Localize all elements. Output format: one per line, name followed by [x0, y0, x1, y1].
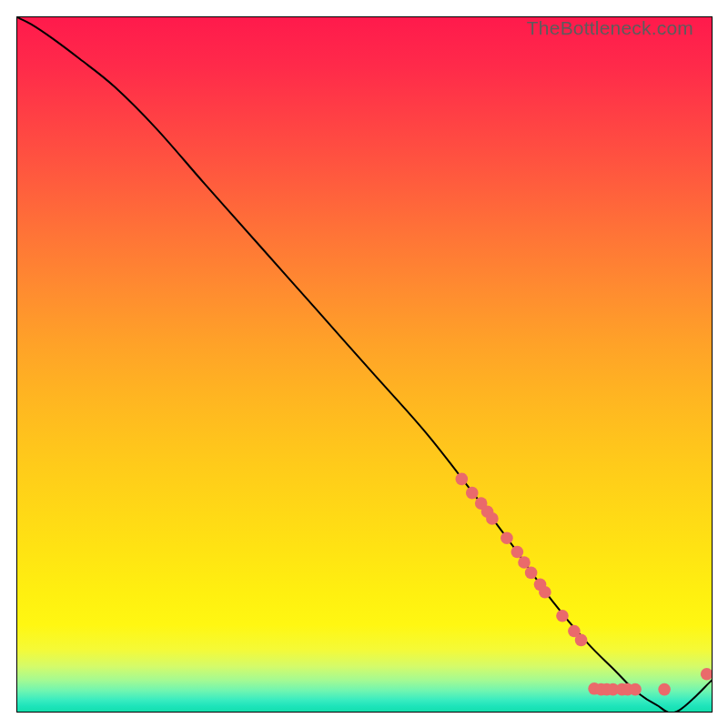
chart-container: TheBottleneck.com: [0, 0, 728, 728]
data-marker: [466, 487, 479, 500]
data-marker: [556, 610, 569, 622]
data-markers: [456, 473, 712, 696]
data-marker: [486, 512, 499, 525]
data-marker: [658, 683, 671, 696]
data-marker: [500, 531, 513, 544]
chart-svg: [17, 17, 712, 712]
data-marker: [575, 634, 588, 647]
data-marker: [518, 556, 531, 569]
watermark-text: TheBottleneck.com: [527, 17, 693, 39]
data-marker: [456, 473, 469, 486]
data-marker: [629, 683, 642, 696]
data-marker: [525, 567, 538, 580]
data-marker: [701, 668, 712, 681]
data-marker: [511, 546, 524, 559]
curve-line: [17, 17, 712, 712]
data-marker: [539, 586, 551, 599]
plot-area: TheBottleneck.com: [16, 16, 713, 713]
